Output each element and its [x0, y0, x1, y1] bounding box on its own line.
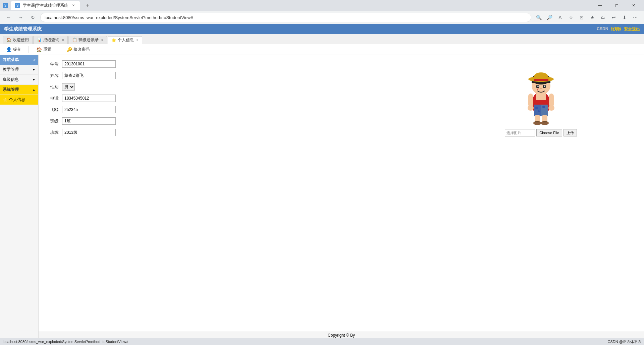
- svg-point-17: [528, 105, 534, 111]
- form-row-studentid: 学号:: [45, 60, 179, 68]
- app-header-right: CSDN 张明9 安全退出: [597, 26, 640, 32]
- window-icon: S: [3, 3, 8, 8]
- tab-personal-close[interactable]: ×: [137, 38, 139, 42]
- new-tab-btn[interactable]: +: [83, 1, 92, 10]
- tab-notice-close[interactable]: ×: [101, 38, 103, 42]
- student-id-input[interactable]: [62, 60, 116, 68]
- grade-input[interactable]: [62, 129, 116, 136]
- svg-rect-14: [534, 79, 548, 81]
- sidebar-header: 导航菜单 «: [0, 55, 38, 65]
- window-controls: — ◻ ✕: [592, 0, 641, 11]
- svg-point-8: [537, 85, 539, 87]
- form-row-qq: QQ:: [45, 106, 179, 113]
- sidebar-item-personal[interactable]: ⭐ 个人信息: [0, 95, 38, 105]
- class-input[interactable]: [62, 117, 116, 125]
- sidebar-class-arrow: ▼: [32, 78, 36, 81]
- split-btn[interactable]: ⊡: [577, 13, 586, 22]
- sidebar-item-class[interactable]: 班级信息 ▼: [0, 75, 38, 85]
- tab-favicon: S: [15, 3, 20, 8]
- sidebar-personal-icon: ⭐: [3, 98, 8, 102]
- close-btn[interactable]: ✕: [626, 0, 641, 11]
- choose-file-btn[interactable]: Choose File: [536, 129, 562, 136]
- downloads-btn[interactable]: ⬇: [620, 13, 629, 22]
- content-footer: Copyright © By: [39, 332, 644, 338]
- logout-btn[interactable]: 安全退出: [624, 26, 640, 32]
- svg-rect-28: [535, 121, 539, 122]
- svg-point-9: [544, 85, 545, 87]
- toolbar-separator-1: [29, 46, 29, 53]
- app-header: 学生成绩管理系统 CSDN 张明9 安全退出: [0, 24, 644, 34]
- sidebar-item-teaching[interactable]: 教学管理 ▼: [0, 65, 38, 75]
- reset-btn[interactable]: 🏠 重置: [34, 46, 53, 53]
- collections-btn[interactable]: 🗂: [598, 13, 608, 22]
- tab-welcome-label: 欢迎使用: [13, 37, 29, 43]
- name-label: 姓名:: [45, 73, 62, 78]
- toolbar: 👤 提交 🏠 重置 🔑 修改密码: [0, 44, 644, 55]
- upload-text-input[interactable]: [505, 129, 535, 136]
- qq-label: QQ:: [45, 107, 62, 112]
- copyright-text: Copyright © By: [328, 333, 355, 338]
- browser-controls: ← → ↻ localhost:8080/ssms_war_exploded/S…: [0, 11, 644, 24]
- svg-point-21: [535, 107, 538, 109]
- svg-point-23: [542, 106, 545, 108]
- form-row-gender: 性别: 男 女: [45, 83, 179, 91]
- csdn-label: CSDN: [597, 26, 608, 32]
- app-title: 学生成绩管理系统: [4, 26, 42, 32]
- sidebar-toggle-icon[interactable]: «: [33, 58, 36, 62]
- svg-rect-16: [549, 94, 554, 107]
- svg-point-18: [548, 105, 554, 111]
- tab-notice[interactable]: 📋 班级通讯录 ×: [68, 36, 107, 44]
- history-btn[interactable]: ↩: [609, 13, 619, 22]
- submit-btn[interactable]: 👤 提交: [4, 46, 23, 53]
- settings-btn[interactable]: ⋯: [631, 13, 640, 22]
- zoom-btn[interactable]: 🔎: [545, 13, 554, 22]
- back-btn[interactable]: ←: [4, 13, 13, 22]
- tab-personal[interactable]: ⭐ 个人信息 ×: [108, 36, 142, 44]
- search-btn[interactable]: 🔍: [534, 13, 543, 22]
- url-text: localhost:8080/ssms_war_exploded/SystemS…: [45, 15, 193, 20]
- browser-action-buttons: 🔍 🔎 A ☆ ⊡ ★ 🗂 ↩ ⬇ ⋯: [534, 13, 640, 22]
- sidebar-item-system[interactable]: 系统管理 ▲: [0, 85, 38, 95]
- class-label: 班级:: [45, 118, 62, 124]
- address-bar[interactable]: localhost:8080/ssms_war_exploded/SystemS…: [40, 13, 531, 22]
- app-container: 学生成绩管理系统 CSDN 张明9 安全退出 🏠 欢迎使用 📊 成绩查询 × 📋…: [0, 24, 644, 338]
- browser-tab[interactable]: S 学生课|学生成绩管理系统 ×: [11, 1, 80, 10]
- refresh-btn[interactable]: ↻: [28, 13, 38, 22]
- password-icon: 🔑: [66, 47, 72, 52]
- tab-notice-icon: 📋: [72, 38, 77, 42]
- sidebar-class-label: 班级信息: [3, 77, 19, 82]
- form-row-class: 班级:: [45, 117, 179, 125]
- phone-input[interactable]: [62, 95, 116, 102]
- minimize-btn[interactable]: —: [592, 0, 608, 11]
- star-btn[interactable]: ☆: [566, 13, 576, 22]
- qq-input[interactable]: [62, 106, 116, 113]
- reset-label: 重置: [43, 47, 51, 52]
- upload-row: Choose File 上传: [505, 129, 577, 136]
- tab-welcome-icon: 🏠: [6, 38, 11, 42]
- maximize-btn[interactable]: ◻: [609, 0, 625, 11]
- sidebar: 导航菜单 « 教学管理 ▼ 班级信息 ▼ 系统管理 ▲ ⭐ 个人信息: [0, 55, 39, 338]
- tab-close-btn[interactable]: ×: [71, 3, 76, 8]
- name-input[interactable]: [62, 72, 116, 79]
- form-row-phone: 电话:: [45, 95, 179, 102]
- submit-label: 提交: [13, 47, 21, 52]
- font-btn[interactable]: A: [555, 13, 565, 22]
- tab-grades-icon: 📊: [37, 38, 42, 42]
- tab-grades-close[interactable]: ×: [62, 38, 64, 42]
- status-right: CSDN @正方体不方: [608, 339, 641, 344]
- toolbar-separator-2: [59, 46, 59, 53]
- svg-rect-15: [528, 94, 533, 107]
- tab-welcome[interactable]: 🏠 欢迎使用: [3, 36, 33, 44]
- sidebar-system-arrow: ▲: [32, 88, 36, 92]
- favorites-btn[interactable]: ★: [588, 13, 597, 22]
- tab-notice-label: 班级通讯录: [78, 37, 99, 43]
- tab-personal-label: 个人信息: [118, 37, 134, 43]
- luffy-svg: [519, 62, 563, 125]
- tab-grades[interactable]: 📊 成绩查询 ×: [33, 36, 68, 44]
- forward-btn[interactable]: →: [16, 13, 25, 22]
- change-password-btn[interactable]: 🔑 修改密码: [64, 46, 92, 53]
- main-layout: 导航菜单 « 教学管理 ▼ 班级信息 ▼ 系统管理 ▲ ⭐ 个人信息: [0, 55, 644, 338]
- upload-btn[interactable]: 上传: [564, 129, 577, 136]
- gender-select[interactable]: 男 女: [62, 83, 75, 91]
- tab-bar: 🏠 欢迎使用 📊 成绩查询 × 📋 班级通讯录 × ⭐ 个人信息 ×: [0, 34, 644, 44]
